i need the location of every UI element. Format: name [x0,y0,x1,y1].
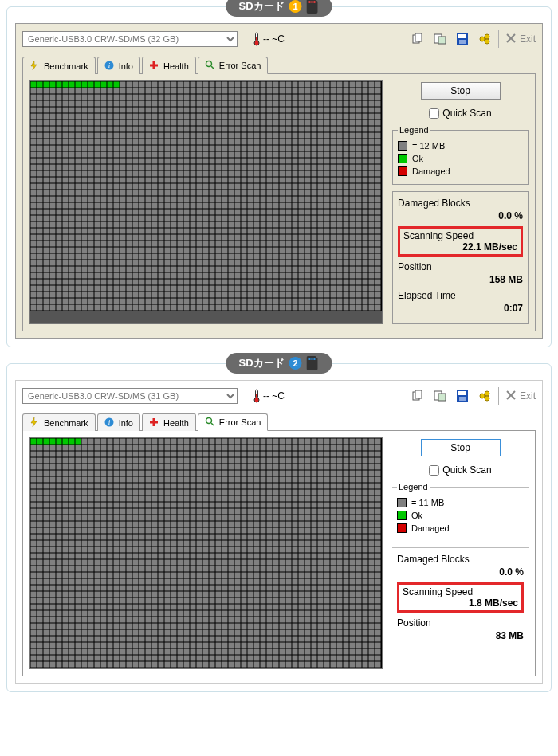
svg-rect-2712 [171,515,177,521]
svg-rect-1643 [178,267,183,272]
svg-rect-579 [57,146,62,151]
screenshot-icon[interactable] [433,389,447,403]
svg-rect-598 [178,146,183,151]
svg-rect-3098 [178,560,183,566]
svg-rect-3405 [31,598,37,604]
svg-rect-3346 [356,586,362,591]
svg-rect-3693 [114,630,120,636]
svg-rect-3143 [114,566,120,572]
drive-select[interactable]: Generic-USB3.0 CRW-SD/MS (32 GB) [22,31,238,47]
tab-benchmark[interactable]: Benchmark [22,57,96,74]
copy-icon[interactable] [411,32,425,46]
svg-rect-3466 [69,605,75,610]
svg-rect-3386 [261,592,266,597]
svg-rect-1282 [331,222,336,228]
svg-rect-2507 [267,490,273,496]
svg-rect-3380 [222,592,228,597]
svg-rect-3948 [337,656,343,661]
svg-rect-461 [356,127,362,132]
quick-scan-checkbox[interactable]: Quick Scan [392,464,529,476]
svg-rect-1710 [254,273,260,279]
copy-icon[interactable] [411,389,425,403]
svg-rect-2351 [324,471,330,476]
svg-rect-3100 [191,560,196,566]
tab-error-scan[interactable]: Error Scan [198,413,269,431]
svg-rect-228 [273,101,279,107]
svg-rect-2897 [299,535,305,540]
svg-rect-57 [235,82,241,88]
svg-rect-1721 [324,273,330,279]
quick-scan-checkbox[interactable]: Quick Scan [392,108,529,119]
stop-button[interactable]: Stop [421,82,501,100]
svg-rect-2126 [293,445,298,451]
exit-button[interactable]: Exit [505,390,536,403]
svg-point-13 [480,37,485,41]
svg-rect-2288 [273,464,279,470]
svg-rect-3084 [88,560,94,566]
tab-error-scan[interactable]: Error Scan [198,57,269,74]
svg-rect-1328 [273,229,279,234]
drive-select[interactable]: Generic-USB3.0 CRW-SD/MS (31 GB) [22,388,238,404]
svg-rect-1110 [286,203,292,209]
svg-rect-201 [101,101,107,107]
svg-rect-823 [210,171,215,177]
svg-rect-2195 [31,458,37,464]
svg-rect-249 [57,108,62,113]
svg-rect-306 [69,114,75,119]
svg-rect-2815 [127,528,132,534]
svg-rect-419 [88,127,94,132]
svg-rect-2596 [133,503,139,508]
screenshot-icon[interactable] [433,32,447,46]
svg-rect-2263 [114,464,120,470]
tab-health[interactable]: Health [142,57,196,74]
svg-rect-2989 [184,547,190,553]
svg-rect-1359 [120,235,126,241]
svg-rect-3246 [69,579,75,585]
svg-rect-3717 [267,630,273,636]
svg-rect-2387 [203,477,209,483]
exit-button[interactable]: Exit [505,33,536,46]
svg-rect-1253 [146,222,151,228]
svg-rect-727 [299,159,305,164]
svg-rect-574 [375,139,381,145]
svg-rect-176 [293,95,298,100]
svg-rect-1837 [363,286,368,292]
svg-rect-885 [254,178,260,183]
tab-benchmark[interactable]: Benchmark [22,413,96,431]
options-icon[interactable] [477,32,492,46]
svg-rect-2056 [197,439,202,445]
svg-rect-1568 [50,260,56,266]
svg-rect-40 [127,82,132,88]
svg-rect-3777 [299,637,305,642]
svg-rect-1756 [197,280,202,285]
svg-rect-1863 [178,292,183,298]
svg-rect-977 [140,190,145,196]
tab-info[interactable]: i Info [97,57,140,74]
svg-rect-2352 [331,471,336,476]
svg-rect-3398 [337,592,343,597]
svg-rect-220 [222,101,228,107]
svg-rect-2310 [63,471,69,476]
svg-rect-151 [133,95,139,100]
svg-rect-629 [375,146,381,151]
save-icon[interactable] [455,32,470,46]
options-icon[interactable] [477,389,492,403]
tab-health[interactable]: Health [142,413,196,431]
svg-rect-2428 [114,484,120,489]
svg-rect-894 [312,178,317,183]
save-icon[interactable] [455,389,470,403]
svg-rect-2100 [127,445,132,451]
svg-rect-1447 [331,241,336,247]
svg-rect-551 [229,139,234,145]
svg-rect-3449 [312,598,317,604]
svg-rect-3662 [267,624,273,629]
tab-info[interactable]: i Info [97,413,140,431]
svg-rect-3522 [76,611,81,617]
svg-rect-1631 [101,267,107,272]
stop-button[interactable]: Stop [421,439,501,456]
svg-rect-3858 [114,649,120,655]
svg-rect-1637 [140,267,145,272]
svg-rect-366 [101,120,107,126]
svg-rect-2994 [216,547,222,553]
svg-rect-2032 [44,439,49,445]
